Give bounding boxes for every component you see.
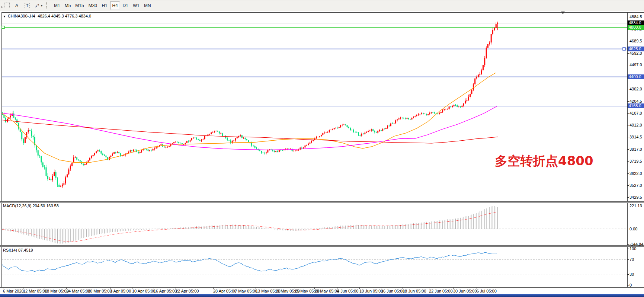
time-tick-label: 22 Jun 05:00 xyxy=(429,289,453,293)
axis-tick xyxy=(627,149,629,150)
axis-tick xyxy=(627,274,629,275)
price-tick-label: 3429.5 xyxy=(629,195,642,199)
chart-annotation-text[interactable]: 多空转折点4800 xyxy=(495,153,593,170)
macd-tick-label: 221.13 xyxy=(629,204,642,208)
price-tick-label: 4689.5 xyxy=(629,39,642,43)
macd-tick-label: 0.00 xyxy=(629,227,637,231)
time-tick-label: 7 May 05:00 xyxy=(235,289,257,293)
price-tick-label: 4107.0 xyxy=(629,111,642,115)
axis-tick xyxy=(627,125,629,125)
moving-average-lines xyxy=(0,73,498,163)
taskbar-strip xyxy=(0,294,644,297)
axis-tick xyxy=(627,113,629,114)
axis-tick xyxy=(627,229,629,229)
chart-dropdown-icon[interactable]: ▼ xyxy=(3,15,6,18)
horizontal-level-lines[interactable] xyxy=(2,26,627,106)
axis-tick xyxy=(627,173,629,174)
rsi-tick-label: 0 xyxy=(629,283,632,287)
time-tick-label: 4 Jun 05:00 xyxy=(337,289,359,293)
rsi-indicator xyxy=(2,252,627,274)
price-tick-label: 4204.5 xyxy=(629,99,642,103)
rsi-tick-label: 30 xyxy=(629,272,634,277)
candlestick-series xyxy=(2,22,498,188)
macd-indicator-label: MACD(12,26,9) 204.50 163.58 xyxy=(3,204,59,208)
price-badge-4800.0[interactable]: 4800.0 xyxy=(628,25,644,30)
ohlc-values: 4826.4 4845.3 4776.3 4834.0 xyxy=(38,14,91,18)
price-badge-4400.0[interactable]: 4400.0 xyxy=(628,74,644,79)
axis-tick xyxy=(627,53,629,54)
time-tick-label: 3 Apr 05:00 xyxy=(110,289,131,293)
time-tick-label: 18 Jun 05:00 xyxy=(403,289,426,293)
time-tick-label: 10 Jun 05:00 xyxy=(359,289,383,293)
ma-long-red xyxy=(0,120,498,143)
time-tick-label: 28 Apr 05:00 xyxy=(213,289,236,293)
time-tick-label: 10 Apr 05:00 xyxy=(132,289,155,293)
time-tick-label: 22 Apr 05:00 xyxy=(176,289,199,293)
axis-tick xyxy=(627,89,629,89)
axis-tick xyxy=(627,197,629,198)
axis-tick xyxy=(627,161,629,162)
chart-canvas[interactable] xyxy=(0,0,644,297)
macd-signal-line xyxy=(2,212,497,242)
time-tick-label: 18 Mar 05:00 xyxy=(45,289,69,293)
price-badge-4625.0[interactable]: 4625.0 xyxy=(628,47,644,51)
time-tick-label: 24 Mar 05:00 xyxy=(66,289,90,293)
time-tick-label: 6 Jul 05:00 xyxy=(477,289,497,293)
price-tick-label: 3719.5 xyxy=(629,159,642,163)
price-tick-label: 3527.0 xyxy=(629,183,642,188)
time-tick-label: 12 Mar 05:00 xyxy=(23,289,47,293)
rsi-tick-label: 70 xyxy=(629,257,634,262)
application-window: F A T ▾ M1M5M15M30H1H4D1W1MN ▼CHINA300-,… xyxy=(0,0,644,297)
price-tick-label: 4012.0 xyxy=(629,123,642,127)
rsi-line xyxy=(2,252,497,271)
axis-tick xyxy=(627,101,629,102)
time-tick-label: 16 Apr 05:00 xyxy=(154,289,177,293)
axis-tick xyxy=(627,185,629,186)
chart-shift-marker[interactable] xyxy=(561,12,565,14)
time-tick-label: 16 Jun 05:00 xyxy=(381,289,405,293)
rsi-indicator-label: RSI(14) 87.4519 xyxy=(3,248,33,252)
axis-tick xyxy=(627,206,629,206)
line-handle[interactable] xyxy=(2,26,4,29)
rsi-tick-label: 100 xyxy=(629,246,636,251)
chart-title: ▼CHINA300-,H44826.4 4845.3 4776.3 4834.0 xyxy=(3,14,91,18)
time-tick-label: 30 Jun 05:00 xyxy=(453,289,477,293)
axis-tick xyxy=(627,65,629,65)
macd-tick-label: -144.84 xyxy=(629,242,643,246)
price-tick-label: 4302.0 xyxy=(629,87,642,91)
ma-slow-magenta xyxy=(0,106,497,150)
ma-fast-orange xyxy=(0,73,496,163)
price-tick-label: 4497.0 xyxy=(629,63,642,67)
macd-indicator xyxy=(2,206,627,244)
axis-tick xyxy=(627,259,629,260)
axis-tick xyxy=(627,244,629,245)
time-tick-label: 6 Mar 2020 xyxy=(3,289,24,293)
axis-tick xyxy=(627,17,629,17)
price-tick-label: 3914.5 xyxy=(629,135,642,139)
price-tick-label: 4884.5 xyxy=(629,15,642,19)
axis-tick xyxy=(627,41,629,41)
price-badge-4165.0[interactable]: 4165.0 xyxy=(628,103,644,108)
price-tick-label: 4592.0 xyxy=(629,51,642,55)
line-handle[interactable] xyxy=(623,48,625,50)
symbol-timeframe: CHINA300-,H4 xyxy=(8,14,35,18)
price-tick-label: 3817.0 xyxy=(629,147,642,151)
axis-tick xyxy=(627,249,629,249)
time-tick-label: 29 May 05:00 xyxy=(314,289,339,293)
axis-tick xyxy=(627,285,629,285)
axis-tick xyxy=(627,137,629,137)
price-tick-label: 3622.0 xyxy=(629,171,642,176)
time-tick-label: 30 Mar 05:00 xyxy=(88,289,112,293)
